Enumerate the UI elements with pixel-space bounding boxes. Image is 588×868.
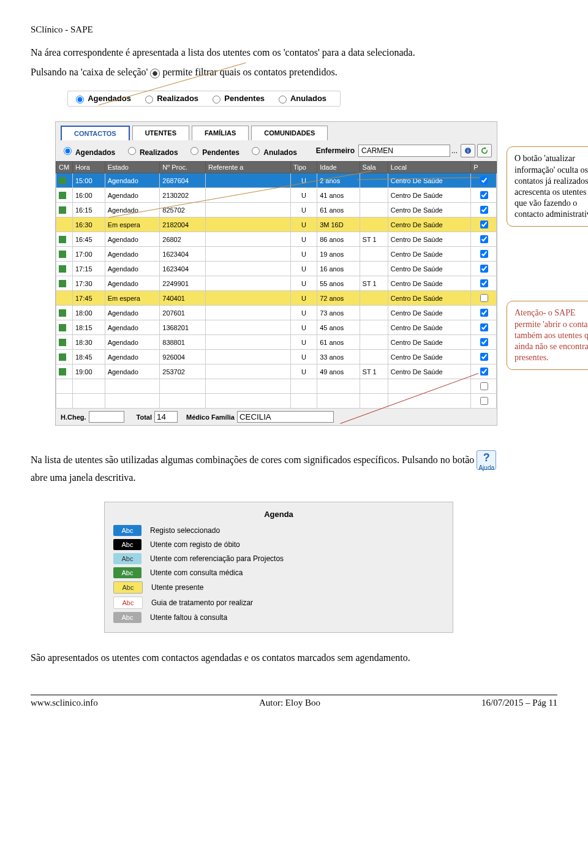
hcheg-input[interactable] <box>89 411 124 423</box>
legend-swatch: Abc <box>113 612 141 623</box>
legend-swatch: Abc <box>113 539 141 550</box>
legend-panel: Agenda AbcRegisto seleccionadoAbcUtente … <box>104 502 453 633</box>
medico-value <box>237 411 334 423</box>
legend-desc: Utente faltou à consulta <box>150 613 227 622</box>
table-row[interactable]: 16:00Agendado2130202U41 anosCentro De Sa… <box>56 188 497 203</box>
tab-comunidades[interactable]: COMUNIDADES <box>251 126 328 140</box>
row-checkbox[interactable] <box>480 294 488 302</box>
paragraph-3: Na lista de utentes são utilizadas algum… <box>31 450 557 483</box>
paragraph-4: São apresentados os utentes com contacto… <box>31 651 557 665</box>
legend-swatch: Abc <box>113 597 143 609</box>
radio-excerpt: Agendados Realizados Pendentes Anulados <box>67 91 341 107</box>
total-label: Total <box>137 413 152 421</box>
legend-swatch: Abc <box>113 525 141 536</box>
table-row[interactable]: 15:00Agendado2687604U2 anosCentro De Saú… <box>56 173 497 188</box>
paragraph-1: Na área correspondente é apresentada a l… <box>31 46 557 59</box>
tab-utentes[interactable]: UTENTES <box>132 126 189 140</box>
table-row[interactable]: 18:00Agendado207601U73 anosCentro De Saú… <box>56 306 497 320</box>
col-ref: Referente a <box>205 162 290 173</box>
row-checkbox[interactable] <box>480 323 488 331</box>
table-row[interactable]: 16:30Em espera2182004U3M 16DCentro De Sa… <box>56 217 497 232</box>
callout-info: O botão 'atualizar informação' oculta os… <box>507 146 588 227</box>
row-checkbox[interactable] <box>480 191 488 199</box>
row-checkbox[interactable] <box>480 397 488 405</box>
footer-center: Autor: Eloy Boo <box>259 698 320 708</box>
paragraph-2: Pulsando na 'caixa de seleção' permite f… <box>31 66 557 79</box>
legend-desc: Guia de tratamento por realizar <box>151 598 253 607</box>
tab-contactos[interactable]: CONTACTOS <box>61 126 130 140</box>
refresh-icon[interactable] <box>477 144 492 157</box>
legend-desc: Utente com consulta médica <box>150 568 243 577</box>
table-row[interactable]: 17:30Agendado2249901U55 anosST 1Centro D… <box>56 276 497 291</box>
info-icon[interactable]: i <box>461 144 475 157</box>
radio-realizados[interactable]: Realizados <box>142 94 199 103</box>
legend-row: AbcUtente faltou à consulta <box>113 612 444 623</box>
legend-row: AbcGuia de tratamento por realizar <box>113 597 444 609</box>
row-checkbox[interactable] <box>480 279 488 287</box>
row-checkbox[interactable] <box>480 382 488 390</box>
row-checkbox[interactable] <box>480 265 488 273</box>
agenda-table: CM Hora Estado Nº Proc. Referente a Tipo… <box>56 161 497 409</box>
table-row[interactable]: 19:00Agendado253702U49 anosST 1Centro De… <box>56 364 497 379</box>
callout-warning: Atenção- o SAPE permite 'abrir o contact… <box>507 301 588 370</box>
radio-pendentes[interactable]: Pendentes <box>209 94 265 103</box>
p2a: Pulsando na 'caixa de seleção' <box>31 67 148 77</box>
svg-text:i: i <box>467 148 469 154</box>
col-cm: CM <box>56 162 73 173</box>
row-checkbox[interactable] <box>480 338 488 346</box>
footer-left: www.sclinico.info <box>31 698 98 708</box>
legend-desc: Utente presente <box>151 583 203 592</box>
table-row[interactable]: 16:45Agendado26802U86 anosST 1Centro De … <box>56 232 497 247</box>
table-row[interactable]: 18:15Agendado1368201U45 anosCentro De Sa… <box>56 320 497 335</box>
help-icon[interactable]: ?Ajuda <box>477 450 496 470</box>
legend-desc: Utente com registo de óbito <box>150 540 240 549</box>
enfermeiro-input[interactable] <box>358 145 450 157</box>
col-proc: Nº Proc. <box>160 162 206 173</box>
legend-swatch: Abc <box>113 581 143 594</box>
p3a: Na lista de utentes são utilizadas algum… <box>31 455 474 466</box>
col-estado: Estado <box>105 162 160 173</box>
total-value <box>154 411 178 423</box>
col-idade: Idade <box>317 162 360 173</box>
table-row[interactable] <box>56 379 497 394</box>
row-checkbox[interactable] <box>480 221 488 228</box>
radio-anulados[interactable]: Anulados <box>276 94 326 103</box>
filter-pendentes[interactable]: Pendentes <box>187 148 239 157</box>
col-tipo: Tipo <box>290 162 317 173</box>
legend-swatch: Abc <box>113 567 141 578</box>
legend-row: AbcUtente com registo de óbito <box>113 539 444 550</box>
radio-icon <box>150 69 160 78</box>
row-checkbox[interactable] <box>480 309 488 317</box>
row-checkbox[interactable] <box>480 353 488 361</box>
table-row[interactable]: 17:45Em espera740401U72 anosCentro De Sa… <box>56 291 497 306</box>
table-row[interactable]: 17:15Agendado1623404U16 anosCentro De Sa… <box>56 262 497 276</box>
filter-agendados[interactable]: Agendados <box>61 148 115 157</box>
tab-familias[interactable]: FAMÍLIAS <box>192 126 249 140</box>
legend-swatch: Abc <box>113 553 141 564</box>
p3b: abre uma janela descritiva. <box>31 472 135 483</box>
row-checkbox[interactable] <box>480 235 488 243</box>
hcheg-label: H.Cheg. <box>61 413 86 421</box>
filter-realizados[interactable]: Realizados <box>125 148 178 157</box>
table-row[interactable]: 18:30Agendado838801U61 anosCentro De Saú… <box>56 335 497 350</box>
legend-desc: Registo seleccionado <box>150 526 220 535</box>
row-checkbox[interactable] <box>480 206 488 214</box>
legend-row: AbcUtente com referenciação para Project… <box>113 553 444 564</box>
row-checkbox[interactable] <box>480 368 488 376</box>
page-footer: www.sclinico.info Autor: Eloy Boo 16/07/… <box>31 695 557 708</box>
row-checkbox[interactable] <box>480 250 488 258</box>
table-row[interactable]: 17:00Agendado1623404U19 anosCentro De Sa… <box>56 247 497 262</box>
table-row[interactable] <box>56 394 497 409</box>
col-p: P <box>471 162 497 173</box>
app-window: O botão 'atualizar informação' oculta os… <box>55 121 497 426</box>
legend-desc: Utente com referenciação para Projectos <box>150 554 284 563</box>
legend-title: Agenda <box>113 510 444 519</box>
col-local: Local <box>388 162 470 173</box>
enfermeiro-label: Enfermeiro <box>316 146 355 155</box>
legend-row: AbcUtente presente <box>113 581 444 594</box>
legend-row: AbcUtente com consulta médica <box>113 567 444 578</box>
p2b: permite filtrar quais os contatos preten… <box>162 67 337 77</box>
row-checkbox[interactable] <box>480 176 488 184</box>
filter-anulados[interactable]: Anulados <box>249 148 297 157</box>
table-row[interactable]: 18:45Agendado926004U33 anosCentro De Saú… <box>56 350 497 364</box>
